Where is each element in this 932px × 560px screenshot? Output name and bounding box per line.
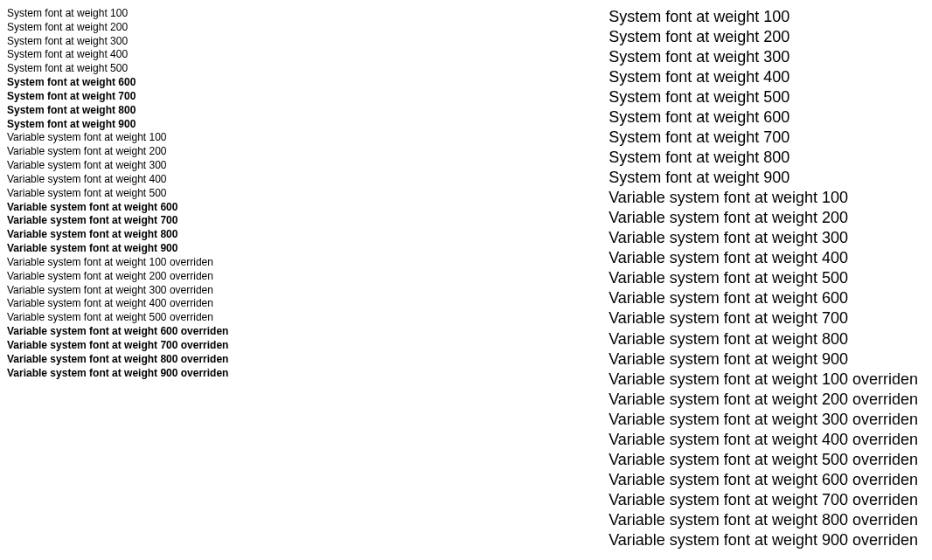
variable-font-weight-700-flat: Variable system font at weight 700 <box>609 308 918 328</box>
variable-font-weight-600-overridden-flat: Variable system font at weight 600 overr… <box>609 470 918 490</box>
variable-font-weight-800-flat: Variable system font at weight 800 <box>609 329 918 349</box>
variable-font-weight-900-overridden: Variable system font at weight 900 overr… <box>7 367 228 381</box>
system-font-weight-800-flat: System font at weight 800 <box>609 148 918 168</box>
variable-font-weight-600-flat: Variable system font at weight 600 <box>609 288 918 308</box>
variable-font-weight-200-flat: Variable system font at weight 200 <box>609 208 918 228</box>
system-font-weight-400: System font at weight 400 <box>7 48 228 62</box>
variable-font-weight-300: Variable system font at weight 300 <box>7 159 228 173</box>
system-font-weight-700: System font at weight 700 <box>7 90 228 104</box>
variable-font-weight-400-overridden: Variable system font at weight 400 overr… <box>7 297 228 311</box>
system-font-weight-500-flat: System font at weight 500 <box>609 87 918 107</box>
variable-font-weight-400-overridden-flat: Variable system font at weight 400 overr… <box>609 430 918 450</box>
variable-font-weight-200-overridden: Variable system font at weight 200 overr… <box>7 270 228 284</box>
system-font-weight-500: System font at weight 500 <box>7 62 228 76</box>
variable-font-weight-500-flat: Variable system font at weight 500 <box>609 268 918 288</box>
system-font-weight-600: System font at weight 600 <box>7 76 228 90</box>
variable-font-weight-300-overridden: Variable system font at weight 300 overr… <box>7 284 228 298</box>
system-font-weight-300-flat: System font at weight 300 <box>609 47 918 67</box>
variable-font-weight-300-flat: Variable system font at weight 300 <box>609 228 918 248</box>
variable-font-weight-800-overridden: Variable system font at weight 800 overr… <box>7 353 228 367</box>
variable-font-weight-900-overridden-flat: Variable system font at weight 900 overr… <box>609 530 918 550</box>
variable-font-weight-900: Variable system font at weight 900 <box>7 242 228 256</box>
system-font-weight-300: System font at weight 300 <box>7 35 228 49</box>
system-font-weight-200-flat: System font at weight 200 <box>609 27 918 47</box>
variable-font-weight-200: Variable system font at weight 200 <box>7 145 228 159</box>
variable-font-weight-500-overridden: Variable system font at weight 500 overr… <box>7 311 228 325</box>
variable-font-weight-600-overridden: Variable system font at weight 600 overr… <box>7 325 228 339</box>
system-font-weight-100-flat: System font at weight 100 <box>609 7 918 27</box>
variable-font-weight-400: Variable system font at weight 400 <box>7 173 228 187</box>
variable-font-weight-500-overridden-flat: Variable system font at weight 500 overr… <box>609 450 918 470</box>
left-column: System font at weight 100 System font at… <box>7 7 228 553</box>
variable-font-weight-800: Variable system font at weight 800 <box>7 228 228 242</box>
variable-font-weight-500: Variable system font at weight 500 <box>7 187 228 201</box>
variable-font-weight-700-overridden: Variable system font at weight 700 overr… <box>7 339 228 353</box>
right-column: System font at weight 100 System font at… <box>609 7 925 553</box>
variable-font-weight-100-overridden: Variable system font at weight 100 overr… <box>7 256 228 270</box>
variable-font-weight-400-flat: Variable system font at weight 400 <box>609 248 918 268</box>
system-font-weight-700-flat: System font at weight 700 <box>609 128 918 148</box>
variable-font-weight-300-overridden-flat: Variable system font at weight 300 overr… <box>609 410 918 430</box>
variable-font-weight-100-overridden-flat: Variable system font at weight 100 overr… <box>609 370 918 390</box>
system-font-weight-900: System font at weight 900 <box>7 118 228 132</box>
system-font-weight-400-flat: System font at weight 400 <box>609 67 918 87</box>
variable-font-weight-700: Variable system font at weight 700 <box>7 214 228 228</box>
variable-font-weight-800-overridden-flat: Variable system font at weight 800 overr… <box>609 510 918 530</box>
variable-font-weight-900-flat: Variable system font at weight 900 <box>609 349 918 370</box>
variable-font-weight-100: Variable system font at weight 100 <box>7 131 228 145</box>
system-font-weight-200: System font at weight 200 <box>7 21 228 35</box>
variable-font-weight-700-overridden-flat: Variable system font at weight 700 overr… <box>609 490 918 510</box>
system-font-weight-600-flat: System font at weight 600 <box>609 107 918 128</box>
variable-font-weight-600: Variable system font at weight 600 <box>7 201 228 215</box>
system-font-weight-800: System font at weight 800 <box>7 104 228 118</box>
variable-font-weight-200-overridden-flat: Variable system font at weight 200 overr… <box>609 390 918 410</box>
system-font-weight-100: System font at weight 100 <box>7 7 228 21</box>
system-font-weight-900-flat: System font at weight 900 <box>609 168 918 188</box>
variable-font-weight-100-flat: Variable system font at weight 100 <box>609 188 918 208</box>
